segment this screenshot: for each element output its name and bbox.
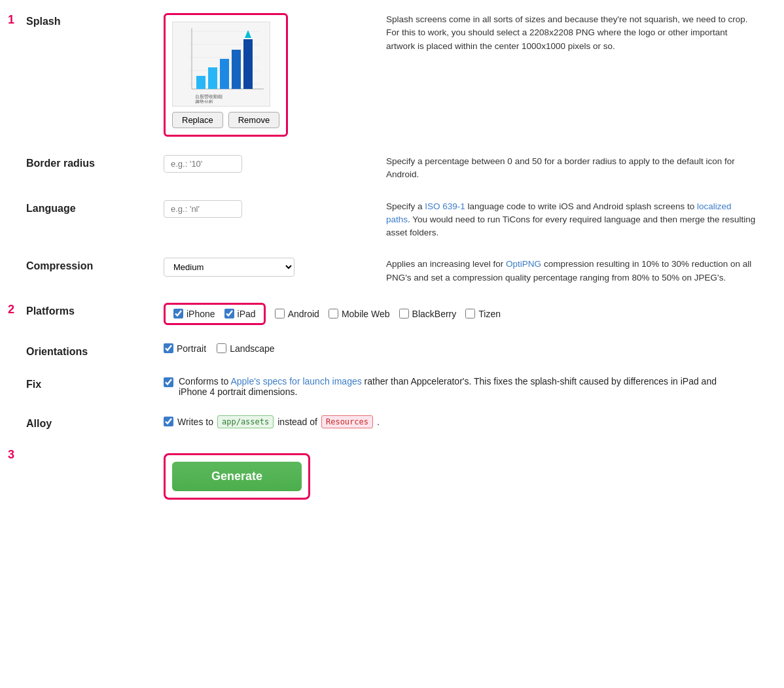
mobile-web-label: Mobile Web	[342, 309, 390, 319]
iphone-checkbox[interactable]	[173, 309, 183, 318]
step-2-badge: 2	[8, 303, 14, 317]
step-3-badge: 3	[8, 448, 14, 462]
landscape-label: Landscape	[230, 343, 275, 354]
svg-rect-11	[243, 39, 253, 89]
orientations-label: Orientations	[26, 346, 88, 357]
optipng-link[interactable]: OptiPNG	[506, 259, 541, 269]
svg-rect-9	[220, 59, 229, 89]
alloy-code1: app/assets	[217, 415, 274, 428]
alloy-container: Writes to app/assets instead of Resource…	[164, 415, 745, 428]
iphone-label: iPhone	[187, 309, 215, 319]
language-label: Language	[26, 203, 76, 214]
orientations-container: Portrait Landscape	[164, 343, 745, 354]
alloy-label: Alloy	[26, 418, 52, 429]
language-desc-mid: language code to write iOS and Android s…	[465, 201, 697, 211]
splash-image-preview: 台股營收動能 趨勢分析	[172, 22, 270, 107]
tizen-checkbox[interactable]	[465, 309, 475, 318]
android-checkbox[interactable]	[275, 309, 285, 318]
mobile-web-checkbox[interactable]	[329, 309, 338, 318]
alloy-checkbox[interactable]	[164, 417, 173, 426]
generate-button[interactable]: Generate	[172, 462, 302, 491]
android-label: Android	[288, 309, 319, 319]
orientation-portrait[interactable]: Portrait	[164, 343, 206, 354]
fix-description: Conforms to Apple's specs for launch ima…	[179, 376, 745, 397]
alloy-instead-of: instead of	[277, 417, 317, 427]
compression-desc-prefix: Applies an increasing level for	[386, 259, 506, 269]
landscape-checkbox[interactable]	[217, 343, 226, 353]
language-input[interactable]	[164, 200, 242, 218]
svg-rect-7	[196, 76, 205, 89]
splash-image-box: 台股營收動能 趨勢分析 Replace Remove	[164, 13, 288, 137]
platforms-container: iPhone iPad Android Mobile Web BlackBerr…	[164, 303, 745, 325]
tizen-label: Tizen	[478, 309, 501, 319]
platform-blackberry[interactable]: BlackBerry	[399, 309, 457, 319]
ipad-checkbox[interactable]	[224, 309, 234, 318]
platform-tizen[interactable]: Tizen	[465, 309, 501, 319]
alloy-writes-to: Writes to	[177, 417, 213, 427]
svg-text:台股營收動能: 台股營收動能	[195, 94, 223, 99]
portrait-checkbox[interactable]	[164, 343, 173, 353]
platform-android[interactable]: Android	[275, 309, 319, 319]
compression-label: Compression	[26, 260, 93, 271]
blackberry-checkbox[interactable]	[399, 309, 409, 318]
border-radius-label: Border radius	[26, 158, 95, 169]
iso-link[interactable]: ISO 639-1	[425, 201, 465, 211]
platform-mobile-web[interactable]: Mobile Web	[329, 309, 390, 319]
remove-button[interactable]: Remove	[228, 112, 279, 128]
orientation-landscape[interactable]: Landscape	[217, 343, 275, 354]
alloy-code2: Resources	[321, 415, 373, 428]
platform-iphone[interactable]: iPhone	[173, 309, 215, 319]
ipad-label: iPad	[238, 309, 256, 319]
language-desc-suffix: . You would need to run TiCons for every…	[386, 215, 755, 237]
border-radius-input[interactable]	[164, 155, 242, 173]
svg-rect-8	[208, 67, 217, 89]
border-radius-description: Specify a percentage between 0 and 50 fo…	[386, 156, 735, 179]
fix-label: Fix	[26, 379, 41, 390]
platform-ipad[interactable]: iPad	[224, 309, 256, 319]
language-desc-prefix: Specify a	[386, 201, 425, 211]
alloy-period: .	[377, 417, 380, 427]
svg-rect-10	[232, 50, 241, 89]
fix-container: Conforms to Apple's specs for launch ima…	[164, 376, 745, 397]
compression-select[interactable]: None Low Medium High	[164, 258, 294, 277]
generate-wrapper: Generate	[164, 453, 310, 500]
blackberry-label: BlackBerry	[412, 309, 457, 319]
step-1-badge: 1	[8, 13, 14, 27]
platforms-label: Platforms	[26, 305, 75, 317]
apple-specs-link[interactable]: Apple's specs for launch images	[230, 376, 361, 387]
splash-description: Splash screens come in all sorts of size…	[386, 14, 748, 51]
svg-text:趨勢分析: 趨勢分析	[195, 99, 213, 103]
fix-checkbox[interactable]	[164, 377, 173, 387]
portrait-label: Portrait	[177, 343, 206, 354]
splash-label: Splash	[26, 16, 60, 27]
replace-button[interactable]: Replace	[172, 112, 223, 128]
